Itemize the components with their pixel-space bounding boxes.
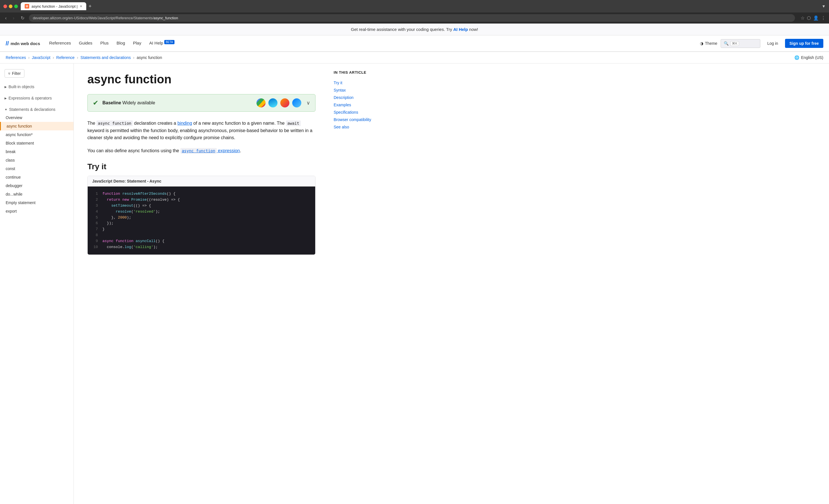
close-dot[interactable] [3, 4, 7, 8]
line-num-6: 6 [92, 221, 98, 227]
line-code-2: return new Promise((resolve) => { [102, 197, 180, 203]
login-button[interactable]: Log in [764, 39, 781, 48]
breadcrumb-sep-4: › [133, 55, 135, 60]
sidebar-section-expressions: ▶ Expressions & operators [0, 92, 73, 104]
search-box[interactable]: 🔍 ⌘K [721, 39, 760, 48]
sidebar-item-overview[interactable]: Overview [0, 113, 73, 122]
banner-suffix: now! [469, 27, 478, 32]
sidebar: ▿ Filter ▶ Built-in objects ▶ Expression… [0, 64, 74, 504]
active-tab[interactable]: M async function - JavaScript | ✕ [21, 2, 86, 10]
extensions-icon[interactable]: ⬡ [807, 15, 811, 21]
sidebar-section-expressions-title[interactable]: ▶ Expressions & operators [0, 94, 73, 102]
sidebar-item-class[interactable]: class [0, 156, 73, 164]
sidebar-item-dowhile[interactable]: do...while [0, 190, 73, 198]
toolbar-icons: ☆ ⬡ 👤 ⋮ [801, 15, 826, 21]
sidebar-item-async-function-star[interactable]: async function* [0, 130, 73, 139]
sidebar-section-statements-title[interactable]: ▼ Statements & declarations [0, 106, 73, 113]
line-code-3: setTimeout(() => { [102, 203, 151, 209]
filter-button[interactable]: ▿ Filter [4, 69, 25, 78]
breadcrumb-sep-1: › [28, 55, 30, 60]
chevron-right-icon: ▶ [4, 85, 7, 88]
sidebar-item-debugger[interactable]: debugger [0, 182, 73, 190]
main-nav: // mdn web docs References Guides Plus B… [0, 35, 829, 52]
breadcrumb-sep-2: › [53, 55, 54, 60]
toc-syntax[interactable]: Syntax [334, 86, 387, 94]
sidebar-section-builtin-title[interactable]: ▶ Built-in objects [0, 83, 73, 91]
profile-icon[interactable]: 👤 [813, 15, 819, 21]
menu-icon[interactable]: ⋮ [821, 15, 826, 21]
beta-badge: BETA [164, 40, 174, 44]
baseline-browsers: ∨ [256, 99, 310, 108]
new-tab-button[interactable]: + [88, 3, 92, 9]
code-line-10: 10 console.log('calling'); [92, 244, 311, 250]
sidebar-item-continue[interactable]: continue [0, 173, 73, 182]
toc-examples[interactable]: Examples [334, 101, 387, 109]
line-code-4: resolve('resolved'); [102, 209, 160, 215]
filter-icon: ▿ [8, 71, 10, 76]
breadcrumb: References › JavaScript › Reference › St… [0, 52, 829, 64]
sidebar-item-break[interactable]: break [0, 147, 73, 156]
main-content: async function ✔ Baseline Widely availab… [74, 64, 329, 504]
nav-references[interactable]: References [46, 35, 74, 51]
line-num-9: 9 [92, 238, 98, 244]
code-line-6: 6 }); [92, 221, 311, 227]
minimize-dot[interactable] [9, 4, 12, 8]
toc-sidebar: In this article Try it Syntax Descriptio… [329, 64, 392, 504]
sidebar-item-async-function[interactable]: async function [0, 122, 73, 130]
tab-close-button[interactable]: ✕ [80, 4, 82, 8]
baseline-check-icon: ✔ [93, 99, 99, 107]
back-button[interactable]: ‹ [3, 14, 8, 22]
edge-icon [268, 99, 278, 108]
window-controls [3, 4, 18, 8]
code-demo: JavaScript Demo: Statement - Async 1 fun… [87, 176, 316, 255]
tab-list-button[interactable]: ▼ [822, 4, 826, 8]
sidebar-section-statements-label: Statements & declarations [9, 107, 55, 112]
sidebar-section-builtin-label: Built-in objects [8, 84, 34, 89]
nav-plus[interactable]: Plus [97, 35, 112, 51]
search-icon: 🔍 [724, 41, 728, 46]
nav-ai-help[interactable]: AI HelpBETA [146, 35, 178, 51]
toc-browser-compat[interactable]: Browser compatibility [334, 116, 387, 123]
url-bar[interactable]: developer.allizom.org/en-US/docs/Web/Jav… [29, 14, 795, 22]
globe-icon: 🌐 [794, 55, 799, 60]
baseline-description: Widely available [122, 100, 155, 105]
breadcrumb-statements[interactable]: Statements and declarations [80, 55, 131, 60]
ai-help-link[interactable]: AI Help [454, 27, 468, 32]
chrome-icon [256, 99, 265, 108]
breadcrumb-reference[interactable]: Reference [56, 55, 75, 60]
code-line-3: 3 setTimeout(() => { [92, 203, 311, 209]
code-line-4: 4 resolve('resolved'); [92, 209, 311, 215]
toc-try-it[interactable]: Try it [334, 79, 387, 86]
baseline-expand-button[interactable]: ∨ [307, 100, 310, 106]
fullscreen-dot[interactable] [14, 4, 18, 8]
line-code-5: }, 2000); [102, 215, 131, 221]
breadcrumb-javascript[interactable]: JavaScript [32, 55, 50, 60]
article-second-para: You can also define async functions usin… [87, 147, 316, 154]
logo-symbol: // [6, 40, 9, 47]
nav-guides[interactable]: Guides [75, 35, 96, 51]
breadcrumb-references[interactable]: References [6, 55, 26, 60]
nav-blog[interactable]: Blog [113, 35, 129, 51]
toc-description[interactable]: Description [334, 94, 387, 101]
code-line-1: 1 function resolveAfter2Seconds() { [92, 191, 311, 197]
bookmark-icon[interactable]: ☆ [801, 15, 804, 21]
reload-button[interactable]: ↻ [19, 14, 26, 22]
nav-play[interactable]: Play [130, 35, 145, 51]
language-button[interactable]: 🌐 English (US) [794, 55, 823, 60]
toc-specifications[interactable]: Specifications [334, 109, 387, 116]
async-function-code: async function [97, 120, 133, 126]
page-layout: ▿ Filter ▶ Built-in objects ▶ Expression… [0, 64, 829, 504]
binding-link[interactable]: binding [177, 121, 192, 125]
forward-button[interactable]: › [11, 14, 16, 22]
signup-button[interactable]: Sign up for free [785, 39, 823, 48]
sidebar-item-const[interactable]: const [0, 164, 73, 173]
sidebar-item-empty[interactable]: Empty statement [0, 198, 73, 207]
chevron-right-icon-2: ▶ [4, 96, 7, 100]
async-function-expression-link[interactable]: async function expression [180, 148, 240, 153]
line-num-2: 2 [92, 197, 98, 203]
sidebar-item-block[interactable]: Block statement [0, 139, 73, 147]
toc-see-also[interactable]: See also [334, 123, 387, 131]
sidebar-item-export[interactable]: export [0, 207, 73, 216]
theme-button[interactable]: ◑ Theme [700, 41, 718, 46]
mdn-logo[interactable]: // mdn web docs [6, 40, 40, 47]
